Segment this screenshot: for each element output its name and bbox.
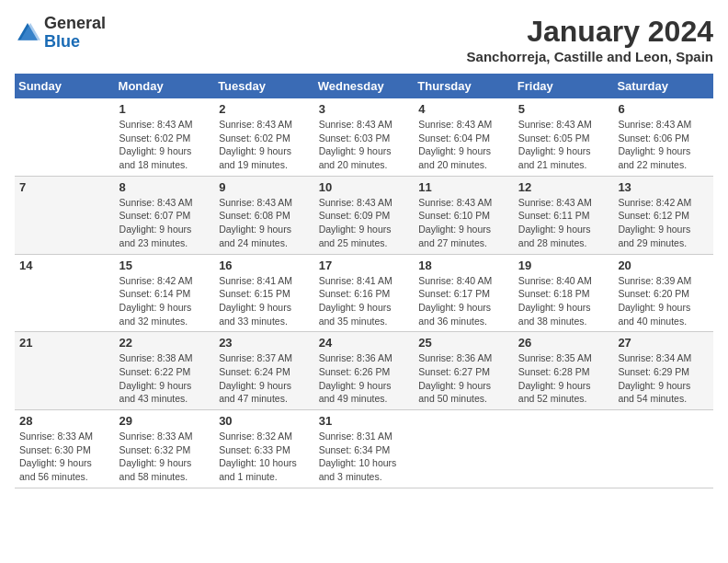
weekday-header-friday: Friday <box>514 74 614 98</box>
calendar-cell: 4Sunrise: 8:43 AM Sunset: 6:04 PM Daylig… <box>414 98 514 176</box>
day-detail: Sunrise: 8:43 AM Sunset: 6:09 PM Dayligh… <box>319 196 410 250</box>
month-title: January 2024 <box>467 15 713 49</box>
calendar-cell: 15Sunrise: 8:42 AM Sunset: 6:14 PM Dayli… <box>115 254 215 332</box>
weekday-header-saturday: Saturday <box>613 74 713 98</box>
day-number: 11 <box>418 180 509 194</box>
day-number: 1 <box>119 102 210 116</box>
day-number: 7 <box>19 180 110 194</box>
calendar-cell: 31Sunrise: 8:31 AM Sunset: 6:34 PM Dayli… <box>314 410 415 488</box>
calendar-week-2: 78Sunrise: 8:43 AM Sunset: 6:07 PM Dayli… <box>15 176 713 254</box>
calendar-week-5: 28Sunrise: 8:33 AM Sunset: 6:30 PM Dayli… <box>15 410 713 488</box>
header: General Blue January 2024 Sanchorreja, C… <box>15 15 713 64</box>
calendar-cell: 29Sunrise: 8:33 AM Sunset: 6:32 PM Dayli… <box>115 410 215 488</box>
day-number: 21 <box>19 336 110 350</box>
calendar-cell: 8Sunrise: 8:43 AM Sunset: 6:07 PM Daylig… <box>115 176 215 254</box>
calendar-cell: 28Sunrise: 8:33 AM Sunset: 6:30 PM Dayli… <box>15 410 115 488</box>
weekday-header-sunday: Sunday <box>15 74 115 98</box>
day-detail: Sunrise: 8:41 AM Sunset: 6:15 PM Dayligh… <box>219 274 310 328</box>
day-detail: Sunrise: 8:43 AM Sunset: 6:02 PM Dayligh… <box>219 118 310 172</box>
calendar-cell: 10Sunrise: 8:43 AM Sunset: 6:09 PM Dayli… <box>314 176 415 254</box>
logo-blue-text: Blue <box>44 32 80 51</box>
day-detail: Sunrise: 8:36 AM Sunset: 6:26 PM Dayligh… <box>319 351 410 406</box>
day-number: 17 <box>319 259 410 272</box>
day-number: 3 <box>319 102 410 116</box>
calendar-cell: 14 <box>15 254 115 332</box>
day-detail: Sunrise: 8:43 AM Sunset: 6:05 PM Dayligh… <box>518 118 609 172</box>
logo-general-text: General <box>44 14 106 32</box>
day-number: 16 <box>219 259 310 272</box>
day-number: 6 <box>618 102 709 116</box>
weekday-header-row: SundayMondayTuesdayWednesdayThursdayFrid… <box>15 74 713 98</box>
calendar-cell <box>613 410 713 488</box>
calendar-cell: 3Sunrise: 8:43 AM Sunset: 6:03 PM Daylig… <box>314 98 415 176</box>
day-detail: Sunrise: 8:43 AM Sunset: 6:10 PM Dayligh… <box>418 196 509 250</box>
calendar-cell <box>15 98 115 176</box>
day-number: 27 <box>618 336 709 350</box>
day-number: 20 <box>618 259 709 272</box>
day-detail: Sunrise: 8:36 AM Sunset: 6:27 PM Dayligh… <box>418 351 509 406</box>
calendar-cell: 16Sunrise: 8:41 AM Sunset: 6:15 PM Dayli… <box>214 254 314 332</box>
calendar-cell <box>414 410 514 488</box>
day-detail: Sunrise: 8:35 AM Sunset: 6:28 PM Dayligh… <box>518 351 609 406</box>
weekday-header-thursday: Thursday <box>414 74 514 98</box>
location-title: Sanchorreja, Castille and Leon, Spain <box>467 49 713 64</box>
day-number: 15 <box>119 259 210 272</box>
day-number: 25 <box>418 336 509 350</box>
day-number: 29 <box>119 414 210 428</box>
day-number: 5 <box>518 102 609 116</box>
weekday-header-wednesday: Wednesday <box>314 74 415 98</box>
day-number: 31 <box>319 414 410 428</box>
day-number: 26 <box>518 336 609 350</box>
day-detail: Sunrise: 8:37 AM Sunset: 6:24 PM Dayligh… <box>219 351 310 406</box>
day-detail: Sunrise: 8:43 AM Sunset: 6:06 PM Dayligh… <box>618 118 709 172</box>
calendar-cell: 26Sunrise: 8:35 AM Sunset: 6:28 PM Dayli… <box>514 332 614 410</box>
calendar-cell: 2Sunrise: 8:43 AM Sunset: 6:02 PM Daylig… <box>214 98 314 176</box>
calendar-week-4: 2122Sunrise: 8:38 AM Sunset: 6:22 PM Day… <box>15 332 713 410</box>
calendar-cell: 24Sunrise: 8:36 AM Sunset: 6:26 PM Dayli… <box>314 332 415 410</box>
calendar-cell: 30Sunrise: 8:32 AM Sunset: 6:33 PM Dayli… <box>214 410 314 488</box>
weekday-header-tuesday: Tuesday <box>214 74 314 98</box>
logo: General Blue <box>15 15 106 52</box>
day-number: 13 <box>618 180 709 194</box>
day-detail: Sunrise: 8:43 AM Sunset: 6:07 PM Dayligh… <box>119 196 210 250</box>
day-detail: Sunrise: 8:33 AM Sunset: 6:32 PM Dayligh… <box>119 430 210 484</box>
title-area: January 2024 Sanchorreja, Castille and L… <box>467 15 713 64</box>
day-number: 23 <box>219 336 310 350</box>
day-number: 28 <box>19 414 110 428</box>
day-detail: Sunrise: 8:40 AM Sunset: 6:18 PM Dayligh… <box>518 274 609 328</box>
calendar-cell: 11Sunrise: 8:43 AM Sunset: 6:10 PM Dayli… <box>414 176 514 254</box>
day-number: 19 <box>518 259 609 272</box>
calendar-cell: 27Sunrise: 8:34 AM Sunset: 6:29 PM Dayli… <box>613 332 713 410</box>
calendar-cell <box>514 410 614 488</box>
day-detail: Sunrise: 8:34 AM Sunset: 6:29 PM Dayligh… <box>618 351 709 406</box>
calendar-cell: 5Sunrise: 8:43 AM Sunset: 6:05 PM Daylig… <box>514 98 614 176</box>
day-detail: Sunrise: 8:43 AM Sunset: 6:03 PM Dayligh… <box>319 118 410 172</box>
calendar-cell: 6Sunrise: 8:43 AM Sunset: 6:06 PM Daylig… <box>613 98 713 176</box>
day-number: 4 <box>418 102 509 116</box>
calendar-week-3: 1415Sunrise: 8:42 AM Sunset: 6:14 PM Day… <box>15 254 713 332</box>
day-detail: Sunrise: 8:32 AM Sunset: 6:33 PM Dayligh… <box>219 430 310 484</box>
day-number: 14 <box>19 259 110 272</box>
calendar-cell: 9Sunrise: 8:43 AM Sunset: 6:08 PM Daylig… <box>214 176 314 254</box>
day-detail: Sunrise: 8:43 AM Sunset: 6:04 PM Dayligh… <box>418 118 509 172</box>
day-number: 2 <box>219 102 310 116</box>
day-detail: Sunrise: 8:43 AM Sunset: 6:11 PM Dayligh… <box>518 196 609 250</box>
calendar-cell: 20Sunrise: 8:39 AM Sunset: 6:20 PM Dayli… <box>613 254 713 332</box>
day-detail: Sunrise: 8:38 AM Sunset: 6:22 PM Dayligh… <box>119 351 210 406</box>
day-detail: Sunrise: 8:40 AM Sunset: 6:17 PM Dayligh… <box>418 274 509 328</box>
day-detail: Sunrise: 8:42 AM Sunset: 6:12 PM Dayligh… <box>618 196 709 250</box>
day-number: 22 <box>119 336 210 350</box>
calendar-cell: 1Sunrise: 8:43 AM Sunset: 6:02 PM Daylig… <box>115 98 215 176</box>
day-number: 24 <box>319 336 410 350</box>
day-detail: Sunrise: 8:31 AM Sunset: 6:34 PM Dayligh… <box>319 430 410 484</box>
calendar-cell: 18Sunrise: 8:40 AM Sunset: 6:17 PM Dayli… <box>414 254 514 332</box>
calendar-table: SundayMondayTuesdayWednesdayThursdayFrid… <box>15 74 713 488</box>
day-number: 12 <box>518 180 609 194</box>
day-detail: Sunrise: 8:43 AM Sunset: 6:02 PM Dayligh… <box>119 118 210 172</box>
calendar-cell: 7 <box>15 176 115 254</box>
calendar-cell: 23Sunrise: 8:37 AM Sunset: 6:24 PM Dayli… <box>214 332 314 410</box>
weekday-header-monday: Monday <box>115 74 215 98</box>
logo-text: General Blue <box>44 15 106 52</box>
day-detail: Sunrise: 8:39 AM Sunset: 6:20 PM Dayligh… <box>618 274 709 328</box>
calendar-cell: 21 <box>15 332 115 410</box>
